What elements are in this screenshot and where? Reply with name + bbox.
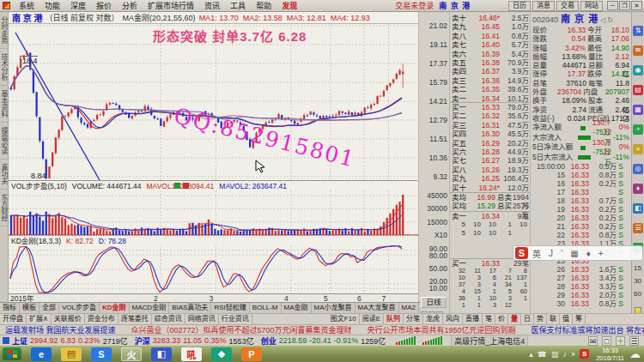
tool-icon[interactable]: × — [633, 144, 643, 154]
sidebar-tab[interactable]: 基本资料 — [0, 86, 9, 123]
order-book-panel[interactable]: 卖十16.46*2.5万卖九16.451.0万卖八16.410.8万卖七16.4… — [449, 12, 530, 324]
indicator-tab[interactable]: RSI轻松赚 — [211, 303, 249, 313]
right-panel-tab[interactable]: 筹 — [573, 314, 586, 324]
order-row[interactable]: 卖八16.410.8万 — [450, 32, 531, 40]
sidebar-tab[interactable]: 东方财经 — [0, 190, 9, 226]
period-shortcut[interactable]: 30 — [634, 277, 641, 285]
indicator-tab[interactable]: 全部 — [39, 303, 59, 313]
tray-icon[interactable]: ▴ — [529, 350, 533, 359]
taskbar-app[interactable]: 吼 — [181, 347, 202, 361]
sogou-tool-icon[interactable]: ’ — [561, 249, 562, 258]
topbar-button[interactable]: 消息 — [532, 1, 555, 11]
sogou-input-toolbar[interactable]: S英J’▦♦+ — [513, 245, 643, 261]
order-row[interactable]: 买九16.25106.4万 — [450, 174, 531, 183]
info-tab[interactable]: 扩展∧ — [27, 314, 52, 324]
info-tab[interactable]: 开停盘 — [0, 314, 27, 324]
right-panel-tab[interactable]: 分笔 — [404, 314, 423, 324]
menu-item[interactable]: 深度 — [65, 0, 91, 11]
sogou-tool-icon[interactable]: ▦ — [570, 249, 578, 258]
menu-item[interactable]: 扩展市场行情 — [143, 0, 199, 11]
right-panel-tab[interactable]: 队列 — [384, 314, 404, 324]
taskbar-app[interactable]: 火 — [121, 347, 142, 361]
order-row[interactable]: 买六16.2844.9万 — [450, 148, 531, 156]
status-icon[interactable]: ☰ — [629, 336, 639, 346]
topbar-button[interactable]: 交易 — [556, 1, 579, 11]
tool-icon[interactable]: ◉ — [633, 65, 643, 75]
status-icon[interactable]: ✉ — [588, 336, 598, 346]
tool-icon[interactable]: ▤ — [633, 85, 643, 95]
indicator-tab[interactable]: VOL步步盈 — [59, 303, 100, 313]
period-button[interactable]: 日线 — [421, 297, 447, 308]
order-row[interactable]: 卖十16.46*2.5万 — [450, 14, 531, 22]
tool-icon[interactable]: ▦ — [633, 105, 643, 115]
topbar-button[interactable]: 网站 — [580, 1, 603, 11]
tray-icon[interactable]: ♪ — [562, 350, 567, 359]
info-tab[interactable]: 阅读E — [360, 314, 384, 324]
sidebar-tab[interactable]: 分时走势 — [0, 12, 9, 49]
right-panel-tab[interactable]: 联 — [547, 314, 560, 324]
order-row[interactable]: 买一16.3379.0万 — [450, 103, 531, 112]
tool-icon[interactable]: ♦ — [633, 184, 643, 194]
indicator-tab[interactable]: 指标 — [0, 303, 20, 313]
indicator-tab[interactable]: BIAS真功夫 — [169, 303, 211, 313]
sogou-tool-icon[interactable]: ♦ — [586, 249, 591, 258]
order-row[interactable]: 买十16.24*12.0万 — [450, 184, 531, 192]
tool-icon[interactable]: ◧ — [633, 203, 643, 214]
topbar-button[interactable]: 日历 — [508, 1, 531, 11]
indicator-tab[interactable]: MA大龙聚首 — [355, 303, 399, 313]
sogou-tray-icon[interactable]: S — [580, 349, 589, 359]
chart-indicator-label[interactable]: MA金刚(20,21,55,60) — [123, 12, 196, 23]
menu-item-discover[interactable]: 发现 — [276, 0, 302, 11]
sidebar-tab[interactable]: 技术分析 — [0, 49, 9, 86]
restore-button[interactable]: ❐ — [619, 1, 630, 10]
right-toolbar[interactable]: ⇅✉◉▤▦+×◎♦◧☰«153060 — [631, 12, 644, 343]
tool-icon[interactable]: + — [633, 124, 643, 135]
header-icon[interactable]: ↻ — [607, 16, 613, 24]
indicator-tab[interactable]: MACD金刚 — [130, 303, 170, 313]
indicator-tab[interactable]: MA金刚 — [282, 303, 312, 313]
header-icon[interactable]: ◁ — [600, 16, 605, 24]
order-row[interactable]: 买八16.2619.3万 — [450, 166, 531, 174]
info-tab[interactable]: 关联报价 — [52, 314, 85, 324]
menu-item[interactable]: 报价 — [91, 0, 117, 11]
login-status[interactable]: 交易未登录 — [395, 0, 434, 11]
tray-icon[interactable]: ☎ — [538, 350, 547, 359]
order-row[interactable]: 买三16.3147.5万 — [450, 121, 531, 130]
right-panel-tab[interactable]: 价 — [495, 314, 508, 324]
info-tab[interactable]: 资金分布 — [85, 314, 118, 324]
tool-icon[interactable]: ✉ — [633, 45, 643, 56]
info-tab[interactable]: 网络资讯 — [185, 314, 219, 324]
sogou-tool-icon[interactable]: 英 — [532, 247, 541, 260]
menu-item[interactable]: 分析 — [117, 0, 143, 11]
right-panel-tab[interactable]: 直播 — [463, 314, 483, 324]
period-shortcut[interactable]: 60 — [634, 290, 641, 298]
tray-icon[interactable]: ▥ — [551, 350, 559, 359]
menu-item[interactable]: 工具 — [225, 0, 251, 11]
menu-item[interactable]: 资讯 — [199, 0, 225, 11]
menu-item[interactable]: 帮助 — [251, 0, 276, 11]
info-tab[interactable]: 行业资讯 — [219, 314, 252, 324]
news-item[interactable]: 医保支付标准或将加速出台 将左右药品价格 — [532, 324, 644, 335]
taskbar-app[interactable]: ◆ — [211, 347, 232, 361]
status-icon[interactable]: ＋ — [616, 336, 625, 346]
indicator-tab[interactable]: MA小龙聚首 — [312, 303, 355, 313]
news-item[interactable]: 众兴菌业（002772）拟再使用不超过5700万元闲置募集资金理财 — [131, 324, 352, 335]
indicator-tab[interactable]: 模板 — [20, 303, 39, 313]
tool-icon[interactable]: ☰ — [633, 223, 643, 233]
right-panel-tab[interactable]: 值 — [560, 314, 573, 324]
menu-item[interactable]: 系统 — [14, 0, 39, 11]
kline-chart[interactable] — [9, 24, 418, 293]
order-row[interactable]: 卖六16.395.4万 — [450, 50, 531, 58]
indicator-tab[interactable]: KD金刚 — [100, 303, 130, 313]
period-shortcut[interactable]: 15 — [634, 264, 641, 272]
taskbar-app[interactable]: P — [241, 347, 262, 361]
info-tab[interactable]: 图文F10 — [328, 314, 360, 324]
order-row[interactable]: 卖三16.3614.9万 — [450, 76, 531, 85]
order-row[interactable]: 卖五16.3870.9万 — [450, 58, 531, 67]
menu-item[interactable]: 功能 — [39, 0, 65, 11]
sogou-tool-icon[interactable]: J — [549, 249, 553, 258]
indicator-tab[interactable]: MA2 — [399, 303, 419, 313]
connection-status[interactable]: 高级行情_上海电信4 — [451, 335, 528, 346]
order-row[interactable]: 卖四16.373.9万 — [450, 67, 531, 75]
right-panel-tab[interactable]: 日 — [521, 314, 534, 324]
